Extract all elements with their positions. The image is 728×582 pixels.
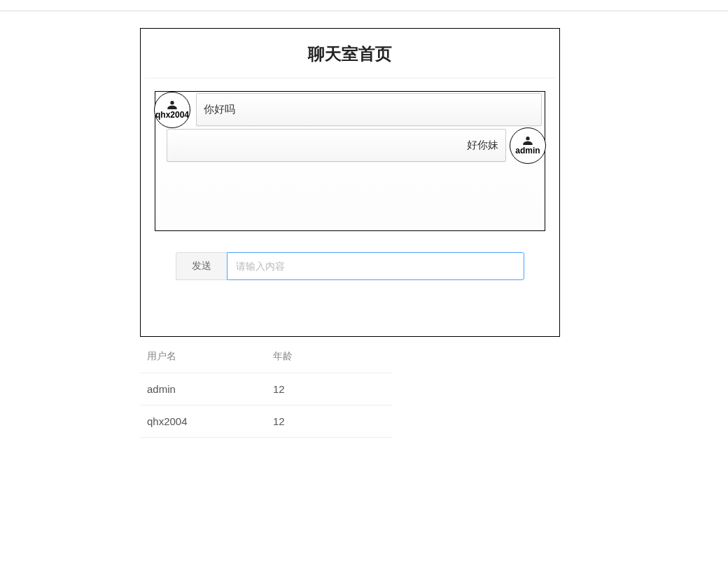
table-header-username: 用户名 [140,340,266,373]
cell-age: 12 [266,406,392,438]
user-list-table: 用户名 年龄 admin 12 qhx2004 12 [140,340,392,438]
cell-username: admin [140,373,266,406]
person-icon [167,101,178,109]
table-row: qhx2004 12 [140,406,392,438]
table-header-age: 年龄 [266,340,392,373]
chat-messages-box: qhx2004 你好吗 admin 好你妹 [155,91,545,231]
person-icon [522,137,533,145]
message-input-area: 发送 [176,252,524,280]
chat-message-bubble: 好你妹 [167,129,506,162]
avatar-username: qhx2004 [155,111,189,119]
chat-message-row: qhx2004 你好吗 [155,93,545,126]
table-row: admin 12 [140,373,392,406]
user-avatar: admin [510,127,546,164]
cell-age: 12 [266,373,392,406]
chat-message-row: admin 好你妹 [155,129,545,162]
chat-room-container: 聊天室首页 qhx2004 你好吗 [140,28,560,337]
message-input[interactable] [227,252,524,280]
send-button[interactable]: 发送 [176,252,227,280]
chat-message-bubble: 你好吗 [196,93,542,126]
user-avatar: qhx2004 [154,92,190,128]
avatar-username: admin [515,146,540,155]
page-title: 聊天室首页 [145,43,555,65]
cell-username: qhx2004 [140,406,266,438]
